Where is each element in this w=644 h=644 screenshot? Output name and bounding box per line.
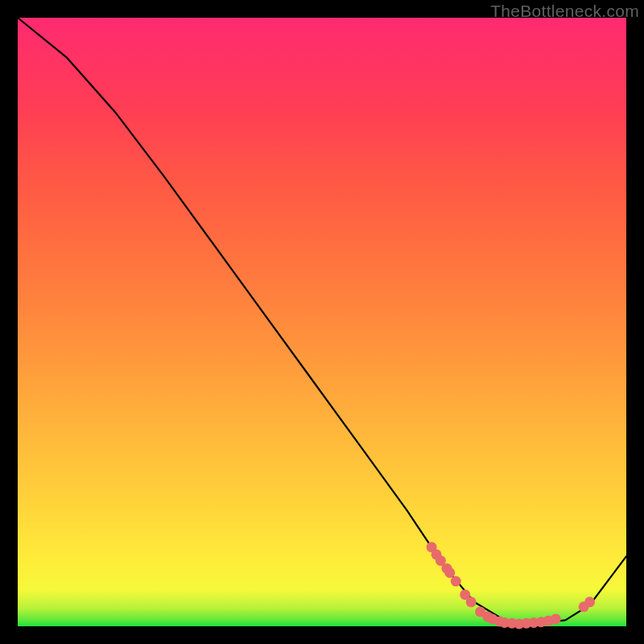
highlight-dot [551,613,561,624]
highlight-dot [444,568,455,578]
highlight-dot [451,576,461,587]
bottleneck-curve [18,18,626,624]
highlight-dots-group [427,542,596,629]
highlight-dot [466,597,477,607]
chart-frame: TheBottleneck.com [0,0,644,644]
gradient-plot-area [18,18,626,626]
highlight-dot [584,597,595,607]
chart-svg [18,18,626,626]
